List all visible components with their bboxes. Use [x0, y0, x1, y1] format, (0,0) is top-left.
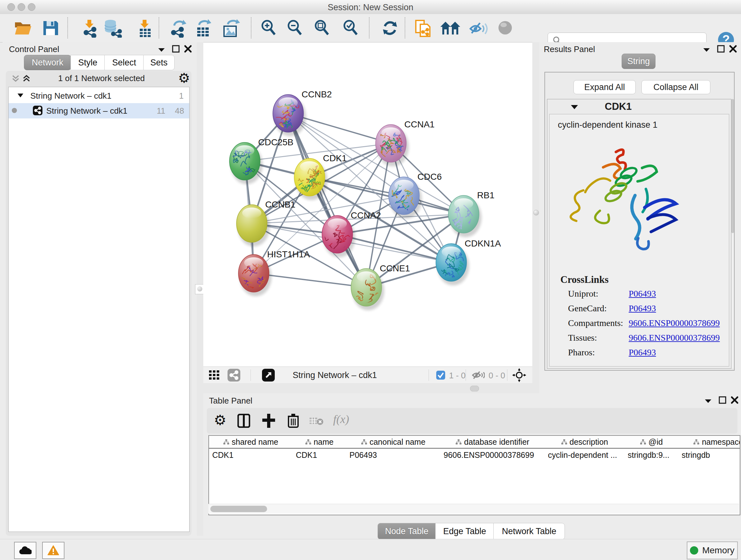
network-node-cdkn1a[interactable]: CDKN1A	[436, 239, 501, 286]
string-home-icon[interactable]	[440, 19, 461, 37]
cell-canonical-name[interactable]: P06493	[346, 450, 441, 460]
string-app-button-icon[interactable]	[227, 369, 240, 381]
right-splitter-handle[interactable]	[533, 210, 539, 215]
results-scrollbar-thumb[interactable]	[731, 99, 734, 233]
right-splitter[interactable]	[532, 42, 539, 393]
tab-node-table[interactable]: Node Table	[378, 523, 436, 540]
tab-select[interactable]: Select	[105, 55, 144, 70]
warning-status-button[interactable]	[42, 542, 64, 559]
crosslink-compartments-link[interactable]: 9606.ENSP00000378699	[629, 318, 720, 328]
cell-shared-name[interactable]: CDK1	[209, 450, 293, 460]
open-in-window-icon[interactable]	[262, 369, 275, 381]
tree-expand-icon[interactable]	[17, 93, 24, 98]
panel-close-icon[interactable]	[729, 45, 737, 53]
network-node-ccnb2[interactable]: CCNB2	[273, 89, 332, 136]
network-row-selected[interactable]: String Network – cdk1 11 48	[9, 103, 189, 118]
export-table-icon[interactable]	[194, 19, 212, 38]
cell-name[interactable]: CDK1	[293, 450, 346, 460]
network-graph[interactable]: CCNB2CCNA1CDC25BCDK1CDC6RB1CCNB1CCNA2CDK…	[203, 43, 532, 367]
zoom-in-icon[interactable]	[260, 19, 279, 38]
export-image-icon[interactable]	[221, 19, 241, 38]
memory-button[interactable]: Memory	[687, 542, 738, 559]
panel-float-icon[interactable]	[718, 396, 727, 404]
cell-database-identifier[interactable]: 9606.ENSP00000378699	[441, 450, 545, 460]
create-column-plus-icon[interactable]	[262, 413, 276, 428]
tab-string[interactable]: String	[622, 54, 656, 69]
network-node-cdc6[interactable]: CDC6	[389, 172, 442, 220]
import-network-file-icon[interactable]	[80, 19, 98, 38]
network-node-rb1[interactable]: RB1	[448, 190, 494, 237]
column-header[interactable]: database identifier	[441, 436, 545, 448]
zoom-selected-icon[interactable]	[342, 19, 360, 38]
panel-menu-icon[interactable]	[158, 47, 165, 52]
crosslink-genecard-link[interactable]: P06493	[629, 303, 656, 314]
copy-network-icon[interactable]	[414, 19, 432, 38]
cell-namespace[interactable]: stringdb	[678, 450, 740, 460]
network-node-cdk1[interactable]: CDK1	[294, 153, 347, 200]
network-node-hist1h1a[interactable]: HIST1H1A	[239, 249, 310, 296]
table-horizontal-scrollbar[interactable]	[208, 504, 739, 514]
left-splitter[interactable]	[197, 42, 203, 536]
column-header[interactable]: shared name	[209, 436, 293, 448]
import-table-icon[interactable]	[137, 19, 153, 38]
tab-edge-table[interactable]: Edge Table	[435, 523, 494, 540]
results-scrollbar[interactable]	[731, 99, 734, 368]
network-node-ccne1[interactable]: CCNE1	[351, 263, 410, 310]
hidden-eye-slash-icon[interactable]	[472, 371, 485, 380]
save-session-icon[interactable]	[42, 19, 59, 37]
panel-float-icon[interactable]	[717, 45, 725, 53]
show-columns-icon[interactable]	[238, 414, 250, 428]
node-label: CCNA1	[404, 119, 434, 129]
cloud-status-button[interactable]	[14, 542, 37, 559]
network-node-ccna1[interactable]: CCNA1	[376, 119, 434, 166]
birdseye-grid-icon[interactable]	[209, 370, 220, 380]
crosslink-tissues-link[interactable]: 9606.ENSP00000378699	[629, 333, 720, 343]
column-header[interactable]: canonical name	[346, 436, 441, 448]
expand-all-chevron-icon[interactable]	[22, 75, 30, 83]
zoom-fit-icon[interactable]	[313, 19, 332, 38]
panel-close-icon[interactable]	[731, 396, 739, 404]
network-canvas[interactable]: CCNB2CCNA1CDC25BCDK1CDC6RB1CCNB1CCNA2CDK…	[203, 43, 532, 367]
export-network-icon[interactable]	[169, 19, 187, 38]
tab-sets[interactable]: Sets	[143, 55, 175, 70]
horizontal-splitter-handle[interactable]	[470, 386, 479, 391]
column-header[interactable]: description	[545, 436, 625, 448]
tab-network-table[interactable]: Network Table	[493, 523, 565, 540]
selected-checkbox-icon[interactable]	[436, 371, 445, 380]
network-node-cdc25b[interactable]: CDC25B	[229, 137, 293, 184]
network-node-ccnb1[interactable]: CCNB1	[237, 199, 295, 246]
crosslink-pharos-link[interactable]: P06493	[629, 348, 656, 358]
collapse-all-chevron-icon[interactable]	[11, 75, 20, 83]
tab-network[interactable]: Network	[24, 55, 71, 70]
expand-all-button[interactable]: Expand All	[574, 80, 636, 94]
fit-content-crosshair-icon[interactable]	[512, 368, 526, 382]
section-collapse-icon[interactable]	[570, 105, 579, 110]
collapse-all-button[interactable]: Collapse All	[642, 80, 711, 94]
table-options-gear-icon[interactable]: ⚙	[214, 412, 226, 428]
clear-table-icon[interactable]	[310, 416, 324, 426]
zoom-out-icon[interactable]	[286, 19, 305, 38]
column-type-icon	[640, 439, 646, 445]
network-options-gear-icon[interactable]: ⚙	[178, 70, 190, 86]
tab-style[interactable]: Style	[71, 55, 105, 70]
column-header[interactable]: @id	[624, 436, 679, 448]
delete-column-trash-icon[interactable]	[287, 413, 299, 428]
inactive-eye-icon[interactable]	[496, 19, 514, 37]
network-edge[interactable]	[288, 113, 366, 287]
network-collection-row[interactable]: String Network – cdk1 1	[9, 88, 189, 103]
import-network-database-icon[interactable]	[103, 19, 123, 38]
crosslink-uniprot-link[interactable]: P06493	[629, 289, 656, 299]
open-file-icon[interactable]	[13, 19, 32, 37]
panel-menu-icon[interactable]	[703, 47, 711, 52]
panel-float-icon[interactable]	[172, 45, 180, 53]
table-scrollbar-thumb[interactable]	[210, 506, 267, 512]
column-header[interactable]: namespace	[678, 436, 740, 448]
cell-description[interactable]: cyclin-dependent ...	[545, 450, 624, 460]
hide-icon[interactable]	[468, 19, 488, 37]
panel-menu-icon[interactable]	[704, 398, 712, 403]
node-table[interactable]: shared name name canonical name database…	[208, 435, 740, 515]
column-header[interactable]: name	[293, 436, 347, 448]
cell-id[interactable]: stringdb:9...	[624, 450, 678, 460]
panel-close-icon[interactable]	[184, 45, 192, 53]
refresh-icon[interactable]	[381, 19, 399, 37]
